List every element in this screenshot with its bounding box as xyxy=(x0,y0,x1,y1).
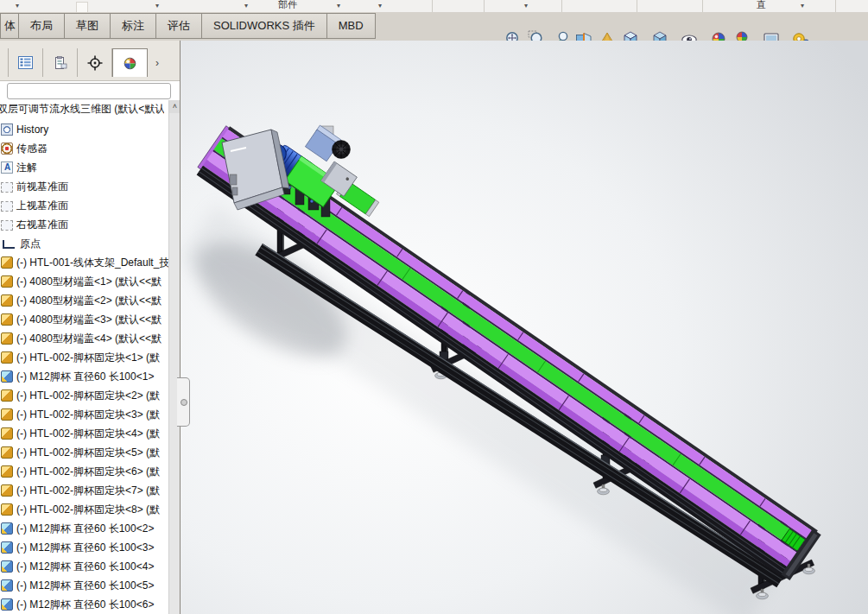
feature-tree: History 传感器 注解 前视基准面 上视基准面 xyxy=(0,120,168,614)
toolbar-partial-char: 直 xyxy=(757,0,766,11)
tab-assembly-partial[interactable]: 体 xyxy=(0,13,19,39)
featuremanager-tree-tab[interactable] xyxy=(9,48,43,77)
tree-item-icon xyxy=(1,332,13,345)
displaymanager-tab[interactable] xyxy=(112,48,148,77)
tree-scrollbar[interactable]: ˄ xyxy=(168,100,181,614)
tree-item[interactable]: (-) HTL-002-脚杯固定块<5> (默 xyxy=(0,443,168,462)
tree-item-icon xyxy=(3,240,15,249)
tree-item-icon xyxy=(1,465,13,478)
tree-item[interactable]: (-) 4080型材端盖<4> (默认<<默 xyxy=(0,329,168,348)
panel-tabs-expand[interactable]: › xyxy=(148,48,167,77)
panel-splitter-handle[interactable] xyxy=(177,377,190,427)
featuremanager-icon xyxy=(18,56,33,69)
tree-item[interactable]: (-) HTL-001-线体支架_Default_技 xyxy=(0,253,168,272)
tree-item[interactable]: 上视基准面 xyxy=(0,196,168,215)
tree-item-icon xyxy=(1,484,13,497)
tree-item[interactable]: (-) M12脚杯 直径60 长100<3> xyxy=(0,538,168,557)
tree-item-icon xyxy=(1,598,13,611)
tree-item[interactable]: 注解 xyxy=(0,158,168,177)
tree-item-icon xyxy=(1,446,13,459)
tree-root-assembly[interactable]: 双层可调节流水线三维图 (默认<默认 xyxy=(0,100,164,117)
tree-item-icon xyxy=(1,408,13,421)
tree-item[interactable]: 前视基准面 xyxy=(0,177,168,196)
tree-item[interactable]: (-) M12脚杯 直径60 长100<6> xyxy=(0,595,168,614)
tree-item[interactable]: (-) M12脚杯 直径60 长100<5> xyxy=(0,576,168,595)
tree-item-icon xyxy=(1,560,13,573)
tree-item[interactable]: 右视基准面 xyxy=(0,215,168,234)
tree-item-icon xyxy=(1,201,13,212)
toolbar-dropdown-arrow[interactable]: ▾ xyxy=(244,2,248,9)
tree-item[interactable]: (-) 4080型材端盖<1> (默认<<默 xyxy=(0,272,168,291)
3d-viewport[interactable] xyxy=(181,41,868,614)
tree-item[interactable]: (-) HTL-002-脚杯固定块<7> (默 xyxy=(0,481,168,500)
tree-item-icon xyxy=(1,522,13,535)
commandmanager-tab[interactable]: 评估 xyxy=(156,13,202,39)
tree-item[interactable]: (-) 4080型材端盖<3> (默认<<默 xyxy=(0,310,168,329)
tree-item-icon xyxy=(1,389,13,402)
propertymanager-tab[interactable] xyxy=(43,48,78,77)
commandmanager-tab[interactable]: SOLIDWORKS 插件 xyxy=(202,13,327,39)
tree-item-icon xyxy=(1,182,13,193)
tree-filter-box[interactable] xyxy=(7,83,171,99)
commandmanager-tab[interactable]: MBD xyxy=(327,13,376,39)
tree-item-icon xyxy=(1,313,13,326)
toolbar-dropdown-arrow[interactable]: ▾ xyxy=(337,2,340,9)
commandmanager-tab-row: 体 布局 草图 标注 评估 SOLIDWORKS 插件 MBD xyxy=(0,12,868,41)
tree-item[interactable]: (-) HTL-002-脚杯固定块<6> (默 xyxy=(0,462,168,481)
commandmanager-tab[interactable]: 布局 xyxy=(19,13,65,39)
tree-item-icon xyxy=(1,220,13,231)
toolbar-group-label: 部件 xyxy=(278,0,297,11)
tree-item[interactable]: (-) HTL-002-脚杯固定块<8> (默 xyxy=(0,500,168,519)
commandmanager-tab[interactable]: 标注 xyxy=(111,13,156,39)
tree-item[interactable]: (-) 4080型材端盖<2> (默认<<默 xyxy=(0,291,168,310)
commandmanager-tab[interactable]: 草图 xyxy=(65,13,111,39)
toolbar-dropdown-arrow[interactable]: ▾ xyxy=(16,2,19,9)
tree-item[interactable]: 传感器 xyxy=(0,139,168,158)
feature-manager-panel: › 双层可调节流水线三维图 (默认<默认 History 传感器 注解 前视基准… xyxy=(0,41,180,614)
fan[interactable] xyxy=(333,141,351,159)
configurationmanager-tab[interactable] xyxy=(78,48,112,77)
tree-item[interactable]: (-) M12脚杯 直径60 长100<4> xyxy=(0,557,168,576)
tree-item-icon xyxy=(1,541,13,554)
toolbar-dropdown-arrow[interactable]: ▾ xyxy=(524,2,528,9)
tree-item[interactable]: (-) HTL-002-脚杯固定块<1> (默 xyxy=(0,348,168,367)
tree-item-icon xyxy=(1,579,13,592)
toolbar-dropdown-arrow[interactable]: ▾ xyxy=(155,2,159,9)
tree-item[interactable]: (-) HTL-002-脚杯固定块<3> (默 xyxy=(0,405,168,424)
tree-item-icon xyxy=(1,256,13,269)
tree-item-icon xyxy=(1,275,13,288)
tree-item[interactable]: (-) M12脚杯 直径60 长100<1> xyxy=(0,367,168,386)
tree-item-icon xyxy=(1,503,13,516)
propertymanager-icon xyxy=(54,56,67,70)
tree-item-icon xyxy=(1,161,13,174)
tree-item[interactable]: (-) M12脚杯 直径60 长100<2> xyxy=(0,519,168,538)
toolbar-dropdown-arrow[interactable]: ▾ xyxy=(378,2,382,9)
tree-item-icon xyxy=(1,142,13,155)
tree-item[interactable]: 原点 xyxy=(0,234,168,253)
graphics-area xyxy=(180,41,868,614)
command-toolbar-partial: ▾ ▾ ▾ 部件 ▾ ▾ ▾ 直 ▾ xyxy=(0,0,868,13)
tree-item-icon xyxy=(1,351,13,364)
tree-item[interactable]: (-) HTL-002-脚杯固定块<4> (默 xyxy=(0,424,168,443)
tree-item-icon xyxy=(1,370,13,383)
panel-tab-partial[interactable] xyxy=(0,48,9,77)
tree-item-icon xyxy=(1,427,13,440)
tree-item-icon xyxy=(1,294,13,307)
tree-item[interactable]: (-) HTL-002-脚杯固定块<2> (默 xyxy=(0,386,168,405)
tree-item-icon xyxy=(1,123,13,136)
configurationmanager-icon xyxy=(87,55,103,71)
tree-item[interactable]: History xyxy=(0,120,168,139)
toolbar-dropdown-arrow[interactable]: ▾ xyxy=(801,2,804,9)
displaymanager-icon xyxy=(122,55,138,72)
